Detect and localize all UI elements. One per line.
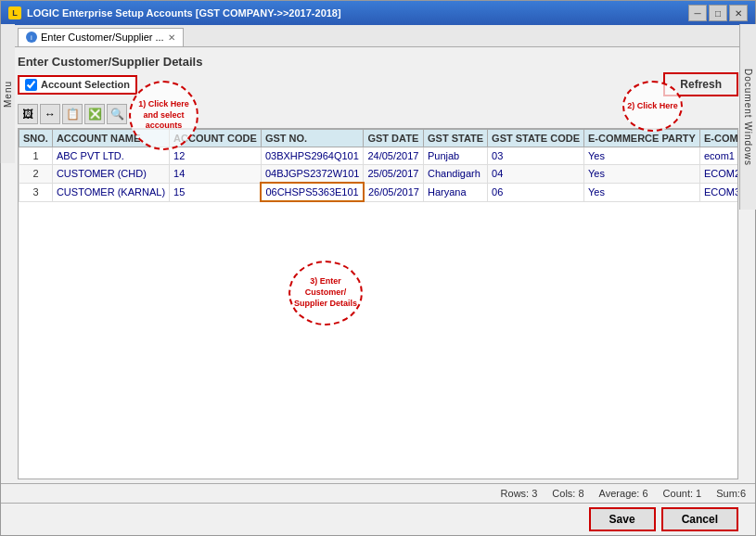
bottom-bar: Save Cancel: [1, 503, 755, 535]
title-bar-left: L LOGIC Enterprise Setup Accounts [GST C…: [8, 6, 341, 19]
cell-gst-date[interactable]: 26/05/2017: [364, 183, 424, 201]
maximize-button[interactable]: □: [709, 5, 727, 21]
cell-ecommerce-gst-no[interactable]: ecom1: [699, 147, 738, 165]
col-account-name: ACCOUNT NAME: [52, 130, 169, 147]
status-rows: Rows: 3: [497, 487, 542, 500]
cell-gst-state[interactable]: Haryana: [423, 183, 487, 201]
cell-account-code[interactable]: 12: [170, 147, 262, 165]
toolbar-left: Account Selection: [18, 75, 137, 95]
status-average: Average: 6: [596, 487, 652, 500]
cell-gst-date[interactable]: 25/05/2017: [364, 165, 424, 184]
cell-gst-date[interactable]: 24/05/2017: [364, 147, 424, 165]
tab-icon: i: [26, 32, 37, 43]
cell-gst-no[interactable]: 03BXHPS2964Q101: [261, 147, 364, 165]
cell-gst-state-code[interactable]: 04: [488, 165, 584, 184]
cell-ecommerce-party[interactable]: Yes: [584, 147, 700, 165]
col-ecommerce-party: E-COMMERCE PARTY: [584, 130, 700, 147]
col-ecommerce-gst-no: E-COMMERCE GST NO.: [699, 130, 738, 147]
toolbar-icon-image[interactable]: 🖼: [18, 104, 38, 124]
col-gst-no: GST NO.: [261, 130, 364, 147]
data-table: SNO. ACCOUNT NAME ACCOUNT CODE GST NO. G…: [19, 129, 738, 202]
cell-account-code[interactable]: 15: [170, 183, 262, 201]
toolbar-icons: 🖼 ↔ 📋 ❎ 🔍: [18, 104, 738, 124]
cell-account-name[interactable]: CUSTOMER (KARNAL): [52, 183, 169, 201]
cell-sno[interactable]: 2: [19, 165, 53, 184]
cell-ecommerce-party[interactable]: Yes: [584, 183, 700, 201]
data-table-container[interactable]: SNO. ACCOUNT NAME ACCOUNT CODE GST NO. G…: [18, 128, 738, 479]
status-sum: Sum:6: [712, 487, 750, 500]
app-icon: L: [8, 6, 21, 19]
col-account-code: ACCOUNT CODE: [170, 130, 262, 147]
cell-gst-state[interactable]: Punjab: [423, 147, 487, 165]
tab-bar: i Enter Customer/Supplier ... ✕: [1, 25, 755, 47]
toolbar-icon-cancel[interactable]: ❎: [84, 104, 105, 124]
col-gst-state: GST STATE: [423, 130, 487, 147]
cell-gst-state-code[interactable]: 03: [488, 147, 584, 165]
cell-ecommerce-gst-no[interactable]: ECOM2: [699, 165, 738, 184]
toolbar-icon-resize[interactable]: ↔: [40, 104, 60, 124]
account-selection-container[interactable]: Account Selection: [18, 75, 137, 95]
table-row[interactable]: 1ABC PVT LTD.1203BXHPS2964Q10124/05/2017…: [19, 147, 739, 165]
cell-ecommerce-gst-no[interactable]: ECOM3: [699, 183, 738, 201]
cell-ecommerce-party[interactable]: Yes: [584, 165, 700, 184]
status-bar: Rows: 3 Cols: 8 Average: 6 Count: 1 Sum:…: [1, 483, 755, 503]
col-sno: SNO.: [19, 130, 53, 147]
table-row[interactable]: 2CUSTOMER (CHD)1404BJGPS2372W10125/05/20…: [19, 165, 739, 184]
table-header-row: SNO. ACCOUNT NAME ACCOUNT CODE GST NO. G…: [19, 130, 739, 147]
col-gst-state-code: GST STATE CODE: [488, 130, 584, 147]
title-bar-controls: ─ □ ✕: [688, 5, 748, 21]
cell-sno[interactable]: 3: [19, 183, 53, 201]
main-content: Enter Customer/Supplier Details Account …: [1, 47, 755, 483]
cell-sno[interactable]: 1: [19, 147, 53, 165]
tab-close-button[interactable]: ✕: [168, 32, 175, 43]
window-title: LOGIC Enterprise Setup Accounts [GST COM…: [27, 7, 341, 19]
tab-label: Enter Customer/Supplier ...: [41, 32, 164, 43]
cancel-button[interactable]: Cancel: [661, 507, 738, 531]
table-body: 1ABC PVT LTD.1203BXHPS2964Q10124/05/2017…: [19, 147, 739, 202]
toolbar-icon-copy[interactable]: 📋: [62, 104, 83, 124]
refresh-button[interactable]: Refresh: [663, 72, 738, 96]
cell-gst-no[interactable]: 04BJGPS2372W101: [261, 165, 364, 184]
cell-account-code[interactable]: 14: [170, 165, 262, 184]
toolbar-row: Account Selection Refresh: [18, 72, 738, 96]
col-gst-date: GST DATE: [364, 130, 424, 147]
toolbar-icon-search[interactable]: 🔍: [107, 104, 127, 124]
toolbar-right: Refresh: [663, 72, 738, 96]
customer-supplier-tab[interactable]: i Enter Customer/Supplier ... ✕: [18, 28, 184, 46]
page-title: Enter Customer/Supplier Details: [18, 51, 738, 72]
status-cols: Cols: 8: [548, 487, 587, 500]
close-button[interactable]: ✕: [729, 5, 748, 21]
cell-gst-state[interactable]: Chandigarh: [423, 165, 487, 184]
cell-gst-state-code[interactable]: 06: [488, 183, 584, 201]
title-bar: L LOGIC Enterprise Setup Accounts [GST C…: [1, 1, 755, 25]
account-selection-checkbox[interactable]: [25, 79, 37, 91]
table-header: SNO. ACCOUNT NAME ACCOUNT CODE GST NO. G…: [19, 130, 739, 147]
table-row[interactable]: 3CUSTOMER (KARNAL)1506CHSPS5363E10126/05…: [19, 183, 739, 201]
cell-account-name[interactable]: ABC PVT LTD.: [52, 147, 169, 165]
minimize-button[interactable]: ─: [688, 5, 707, 21]
main-window: L LOGIC Enterprise Setup Accounts [GST C…: [0, 0, 756, 536]
account-selection-label: Account Selection: [41, 79, 130, 90]
save-button[interactable]: Save: [589, 507, 656, 531]
cell-account-name[interactable]: CUSTOMER (CHD): [52, 165, 169, 184]
status-count: Count: 1: [660, 487, 706, 500]
cell-gst-no[interactable]: 06CHSPS5363E101: [261, 183, 364, 201]
